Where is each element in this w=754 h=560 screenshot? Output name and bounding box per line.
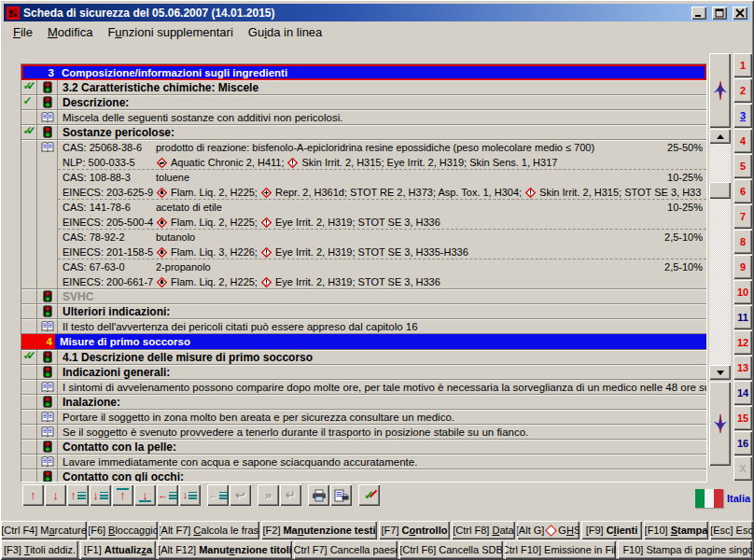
fkey-shortcut: [Alt G] [517,525,544,536]
fkey-cancella-sdb[interactable]: [Ctrl F6]Cancella SDB [399,540,503,559]
sds-row[interactable]: Contatto con gli occhi: [21,469,706,483]
fkey-attualizza[interactable]: [F1]Attualizza [80,540,156,559]
fkey-manutenzione-testi[interactable]: [F2]Manutenzione testi [261,521,377,539]
sds-row[interactable]: Se il soggetto è svenuto provvedere a te… [21,425,706,440]
chapter-button-8[interactable]: 8 [733,230,752,254]
outdent-button: ← [207,484,229,506]
sds-row[interactable]: I sintomi di avvelenamento possono compa… [21,380,706,395]
sds-row[interactable]: Contatto con la pelle: [21,440,706,455]
chapter-button-12[interactable]: 12 [733,330,752,355]
print-file-button[interactable] [330,484,352,506]
sds-row[interactable]: ✓✓Sostanze pericolose: [21,125,706,140]
sds-row[interactable]: SVHC [21,289,706,304]
print-button[interactable] [308,484,329,506]
move-row-down-button[interactable]: ↓ [45,484,66,506]
fkey-cancella-paese[interactable]: [Ctrl F7]Cancella paese [294,540,398,559]
fkey-titoli-addiz-[interactable]: [F3]Titoli addiz. [1,540,78,559]
check-cell [21,319,37,333]
fkey-calcola-le-frasi[interactable]: [Alt F7]Calcola le frasi [160,521,259,539]
fkey-esc[interactable]: [Esc]Esc [710,521,753,539]
sds-row[interactable]: Lavare immediatamente con acqua e sapone… [21,455,706,469]
substances-table[interactable]: CAS: 25068-38-6prodotto di reazione: bis… [21,140,706,289]
move-text-up-button[interactable]: ↑ [67,484,89,506]
move-text-down-button[interactable]: ↓ [90,484,111,506]
chapter-button-13[interactable]: 13 [733,356,752,380]
sds-row[interactable]: Il testo dell'avvertenza dei pericoli ci… [21,319,706,334]
jump-previous-chapter-button[interactable] [709,53,731,128]
move-row-up-button[interactable]: ↑ [22,484,44,506]
sds-row[interactable]: ✓Descrizione: [21,95,706,110]
sds-row[interactable]: ✓✓4.1 Descrizione delle misure di primo … [21,350,706,365]
fkey-manutenzione-titoli[interactable]: [Alt F12]Manutenzione titoli [158,540,292,559]
traffic-light-icon [43,366,52,378]
scroll-up-button[interactable] [709,129,731,144]
chapter-button-3[interactable]: 3 [733,104,752,128]
menu-modifica[interactable]: Modifica [40,23,100,41]
scrollbar-track[interactable] [709,144,731,365]
hazard-statements: Flam. Liq. 3, H226;Eye Irrit. 2, H319; S… [156,246,706,259]
hazard-text: Eye Irrit. 2, H319; STOT SE 3, H336 [275,217,440,228]
fkey-bloccaggio[interactable]: [F6]Bloccaggio [89,521,158,539]
substance-entry[interactable]: CAS: 141-78-6acetato di etile10-25%EINEC… [58,200,706,230]
scrollbar-thumb[interactable] [709,182,731,199]
jump-next-chapter-button[interactable] [709,382,731,466]
move-to-top-button[interactable]: ↑ [112,484,133,506]
chapter-button-16[interactable]: 16 [733,431,752,455]
maximize-button[interactable] [712,7,727,20]
substance-entry[interactable]: CAS: 25068-38-6prodotto di reazione: bis… [58,140,706,170]
substance-hazard-line: EINECS: 205-500-4Flam. Liq. 2, H225;Eye … [58,215,706,230]
fkey-clienti[interactable]: [F9]Clienti [581,521,642,539]
fkey-controllo[interactable]: [F7]Controllo [379,521,450,539]
traffic-light-cell [37,80,58,94]
chapter-button-15[interactable]: 15 [733,406,752,430]
sds-row[interactable]: Miscela delle seguenti sostanze con addi… [21,110,706,125]
book-icon [41,427,54,438]
substance-entry[interactable]: CAS: 67-63-02-propanolo2,5-10%EINECS: 20… [58,259,706,288]
minimize-button[interactable] [691,7,706,20]
section-header-4[interactable]: 4Misure di primo soccorso [21,334,706,350]
sds-row[interactable]: Ulteriori indicazioni: [21,304,706,319]
sds-row[interactable]: Inalazione: [21,395,706,410]
minimize-icon [694,8,704,18]
fkey-stampa[interactable]: [F10]Stampa [644,521,708,539]
fkey-stampa-di-pagine-singole[interactable]: [⇧ F10]Stampa di pagine singole [618,540,752,559]
chapter-button-11[interactable]: 11 [733,305,752,329]
substance-entry[interactable]: CAS: 78-92-2butanolo2,5-10%EINECS: 201-1… [58,230,706,259]
fkey-marcature[interactable]: [Ctrl F4]Marcature [1,521,87,539]
sds-row[interactable]: Portare il soggetto in zona molto ben ar… [21,410,706,425]
sds-row[interactable]: ✓✓3.2 Caratteristiche chimiche: Miscele [21,80,706,95]
sds-row[interactable]: Indicazioni generali: [21,365,706,380]
book-cell [37,380,58,394]
close-button[interactable] [733,7,747,20]
substance-entry[interactable]: CAS: 108-88-3toluene10-25%EINECS: 203-62… [58,170,706,200]
chapter-button-1[interactable]: 1 [733,53,752,77]
pull-line-left-button[interactable]: ← [157,484,178,506]
fkey-data[interactable]: [Ctrl F8]Data [452,521,515,539]
book-icon [41,321,54,332]
titlebar: Scheda di sicurezza del 05.06.2007 (14.0… [4,4,750,21]
fkey-ghs[interactable]: [Alt G]GHS [517,521,579,539]
scroll-down-button[interactable] [709,365,731,380]
spell-check-button[interactable]: ✓ [358,484,380,506]
chapter-button-5[interactable]: 5 [733,154,752,178]
chapter-button-4[interactable]: 4 [733,129,752,153]
chapter-button-14[interactable]: 14 [733,381,752,405]
page-printer-icon [334,489,349,502]
traffic-light-icon [43,290,52,302]
fkey-shortcut: [Ctrl F7] [294,544,328,555]
chapter-button-9[interactable]: 9 [733,255,752,279]
fkey-shortcut: [Ctrl F8] [453,525,489,536]
chapter-button-2[interactable]: 2 [733,78,752,103]
fkey-emissione-in-file[interactable]: [Ctrl F10]Emissione in File [505,540,616,559]
menu-funzioni-supplementari[interactable]: Funzioni supplementari [100,23,240,41]
section-header-3[interactable]: 3Composizione/informazioni sugli ingredi… [21,64,706,80]
menu-guida-in-linea[interactable]: Guida in linea [241,23,330,41]
chapter-button-6[interactable]: 6 [733,179,752,203]
chapter-button-7[interactable]: 7 [733,204,752,229]
chapter-button-10[interactable]: 10 [733,280,752,304]
menu-file[interactable]: File [6,23,40,41]
push-line-down-button[interactable]: ↓ [179,484,201,506]
book-icon [41,456,54,468]
fkey-shortcut: [F2] [263,525,281,536]
move-to-bottom-button[interactable]: ↓ [134,484,156,506]
